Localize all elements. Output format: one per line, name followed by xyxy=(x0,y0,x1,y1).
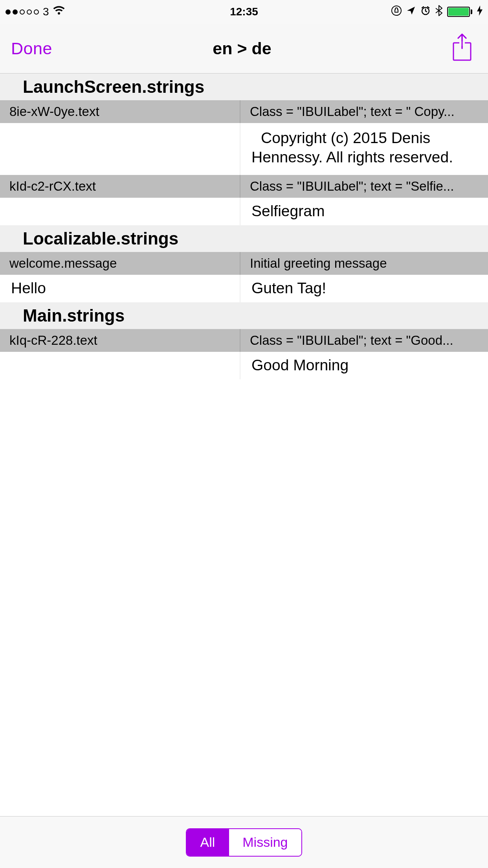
string-key-header: welcome.messageInitial greeting message xyxy=(0,252,488,275)
string-meta-label: Class = "IBUILabel"; text = "Selfie... xyxy=(240,175,488,198)
segment-missing[interactable]: Missing xyxy=(228,829,301,856)
bluetooth-icon xyxy=(435,5,442,19)
battery-icon xyxy=(447,7,472,17)
source-text xyxy=(0,123,240,175)
location-icon xyxy=(406,6,416,18)
share-icon xyxy=(451,33,473,62)
source-text xyxy=(0,198,240,225)
string-row[interactable]: Good Morning xyxy=(0,352,488,379)
string-key-header: 8ie-xW-0ye.textClass = "IBUILabel"; text… xyxy=(0,100,488,123)
status-bar: 3 12:35 xyxy=(0,0,488,24)
content-list[interactable]: LaunchScreen.strings8ie-xW-0ye.textClass… xyxy=(0,74,488,379)
share-button[interactable] xyxy=(451,33,473,63)
string-row[interactable]: Selfiegram xyxy=(0,198,488,225)
signal-strength-icon xyxy=(6,9,39,15)
string-meta-label: Class = "IBUILabel"; text = "Good... xyxy=(240,329,488,352)
string-key-label: welcome.message xyxy=(0,252,240,275)
string-key-label: kIq-cR-228.text xyxy=(0,329,240,352)
filter-segmented-control[interactable]: AllMissing xyxy=(186,828,302,857)
string-meta-label: Class = "IBUILabel"; text = " Copy... xyxy=(240,100,488,123)
section-header: Main.strings xyxy=(0,302,488,329)
carrier-label: 3 xyxy=(43,6,49,18)
done-button[interactable]: Done xyxy=(11,39,213,58)
section-header: LaunchScreen.strings xyxy=(0,74,488,100)
page-title: en > de xyxy=(213,39,271,58)
string-meta-label: Initial greeting message xyxy=(240,252,488,275)
charging-icon xyxy=(477,6,482,18)
target-text: Good Morning xyxy=(240,352,488,379)
source-text xyxy=(0,352,240,379)
string-key-label: kId-c2-rCX.text xyxy=(0,175,240,198)
orientation-lock-icon xyxy=(391,6,402,18)
target-text: Guten Tag! xyxy=(240,275,488,302)
status-left: 3 xyxy=(6,6,230,18)
nav-bar: Done en > de xyxy=(0,24,488,74)
alarm-icon xyxy=(420,6,431,18)
wifi-icon xyxy=(53,6,65,18)
clock-label: 12:35 xyxy=(230,6,258,18)
target-text: Copyright (c) 2015 Denis Hennessy. All r… xyxy=(240,123,488,175)
svg-point-0 xyxy=(392,6,401,15)
string-row[interactable]: HelloGuten Tag! xyxy=(0,275,488,302)
string-key-label: 8ie-xW-0ye.text xyxy=(0,100,240,123)
status-right xyxy=(258,5,482,19)
toolbar: AllMissing xyxy=(0,816,488,868)
string-key-header: kIq-cR-228.textClass = "IBUILabel"; text… xyxy=(0,329,488,352)
string-key-header: kId-c2-rCX.textClass = "IBUILabel"; text… xyxy=(0,175,488,198)
section-header: Localizable.strings xyxy=(0,225,488,252)
source-text: Hello xyxy=(0,275,240,302)
segment-all[interactable]: All xyxy=(187,829,228,856)
target-text: Selfiegram xyxy=(240,198,488,225)
string-row[interactable]: Copyright (c) 2015 Denis Hennessy. All r… xyxy=(0,123,488,175)
